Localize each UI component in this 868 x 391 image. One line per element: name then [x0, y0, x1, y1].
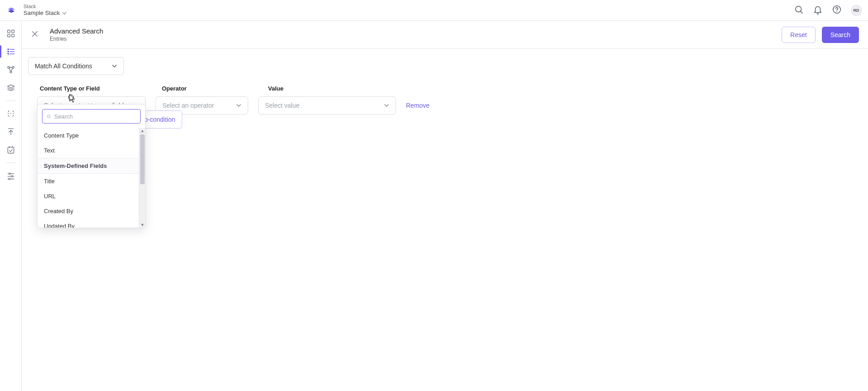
dropdown-section-system-fields: System-Defined Fields	[38, 158, 145, 174]
left-nav-rail	[0, 21, 22, 391]
rail-divider-2	[6, 162, 16, 163]
dropdown-list: Content Type Text System-Defined Fields …	[38, 128, 145, 228]
chevron-down-icon	[384, 103, 389, 108]
dropdown-search-input[interactable]	[54, 113, 137, 120]
search-button[interactable]: Search	[822, 27, 859, 43]
scroll-up-arrow-icon[interactable]: ▲	[139, 128, 146, 134]
dropdown-item-content-type[interactable]: Content Type	[38, 128, 145, 143]
app-header: Stack Sample Stack RD	[0, 0, 868, 21]
stack-name: Sample Stack	[24, 10, 60, 17]
svg-point-18	[10, 113, 11, 114]
col-header-content-type: Content Type or Field	[40, 85, 148, 92]
match-conditions-label: Match All Conditions	[35, 62, 92, 70]
dropdown-item-updated-by[interactable]: Updated By	[38, 219, 145, 228]
rail-assets[interactable]	[4, 81, 18, 95]
bell-icon[interactable]	[813, 5, 823, 16]
avatar[interactable]: RD	[851, 5, 862, 16]
page-titles: Advanced Search Entries	[50, 27, 103, 42]
operator-placeholder: Select an operator	[162, 102, 214, 109]
caret-down-icon	[62, 11, 66, 15]
rail-publish-queue[interactable]	[4, 106, 18, 121]
svg-point-0	[796, 6, 802, 12]
rail-tasks[interactable]	[4, 143, 18, 157]
app-header-right: RD	[794, 5, 862, 16]
svg-point-14	[8, 67, 9, 68]
dropdown-search-wrap	[38, 105, 145, 128]
svg-point-29	[47, 115, 50, 118]
dropdown-body: Content Type Text System-Defined Fields …	[38, 128, 145, 228]
dropdown-search[interactable]	[42, 109, 141, 124]
dropdown-scrollbar[interactable]: ▲ ▼	[139, 128, 145, 228]
value-select[interactable]: Select value	[258, 96, 396, 114]
page-title: Advanced Search	[50, 27, 103, 35]
scroll-thumb[interactable]	[140, 134, 145, 184]
rail-entries[interactable]	[4, 44, 18, 59]
rail-settings[interactable]	[4, 168, 18, 183]
svg-line-1	[801, 11, 802, 13]
rail-active-indicator	[0, 45, 1, 58]
search-icon[interactable]	[794, 5, 804, 16]
svg-line-30	[50, 117, 51, 118]
svg-rect-12	[7, 53, 9, 54]
rail-dashboard[interactable]	[4, 26, 18, 41]
app-header-left: Stack Sample Stack	[6, 4, 66, 17]
logo-icon[interactable]	[6, 5, 16, 15]
svg-point-19	[13, 113, 14, 114]
page-header-left: Advanced Search Entries	[31, 27, 103, 42]
svg-rect-8	[7, 48, 9, 50]
dropdown-item-title[interactable]: Title	[38, 174, 145, 189]
rail-content-model[interactable]	[4, 62, 18, 77]
scroll-down-arrow-icon[interactable]: ▼	[139, 222, 146, 228]
page-subtitle: Entries	[50, 36, 103, 42]
stack-selector[interactable]: Stack Sample Stack	[24, 4, 66, 17]
reset-button[interactable]: Reset	[782, 27, 816, 43]
content-type-dropdown: Content Type Text System-Defined Fields …	[37, 104, 146, 228]
svg-rect-20	[8, 147, 14, 153]
chevron-down-icon	[112, 63, 117, 69]
page-header-right: Reset Search	[782, 27, 859, 43]
svg-point-22	[9, 173, 10, 174]
remove-condition-link[interactable]: Remove	[406, 102, 429, 109]
svg-point-15	[12, 67, 14, 68]
svg-rect-4	[7, 30, 10, 33]
chevron-down-icon	[236, 103, 241, 108]
svg-point-26	[9, 178, 10, 180]
svg-rect-7	[11, 34, 14, 37]
dropdown-item-url[interactable]: URL	[38, 189, 145, 204]
rail-divider	[6, 100, 16, 101]
svg-rect-5	[11, 30, 14, 33]
svg-point-24	[11, 176, 12, 177]
stack-label: Stack	[24, 4, 66, 10]
svg-point-16	[10, 71, 12, 73]
value-placeholder: Select value	[265, 102, 299, 109]
rail-releases[interactable]	[4, 124, 18, 139]
svg-rect-6	[7, 34, 10, 37]
match-conditions-select[interactable]: Match All Conditions	[28, 57, 124, 75]
search-icon	[46, 114, 52, 119]
close-icon[interactable]	[31, 30, 39, 40]
dropdown-item-created-by[interactable]: Created By	[38, 204, 145, 219]
help-icon[interactable]	[832, 5, 842, 16]
dropdown-item-text[interactable]: Text	[38, 143, 145, 158]
col-header-operator: Operator	[162, 85, 255, 92]
svg-point-17	[8, 113, 9, 114]
condition-column-headers: Content Type or Field Operator Value	[40, 85, 860, 92]
col-header-value: Value	[268, 85, 406, 92]
stack-name-row: Sample Stack	[24, 10, 66, 17]
svg-rect-10	[7, 51, 9, 52]
page-header: Advanced Search Entries Reset Search	[22, 21, 868, 49]
svg-point-3	[836, 11, 837, 12]
